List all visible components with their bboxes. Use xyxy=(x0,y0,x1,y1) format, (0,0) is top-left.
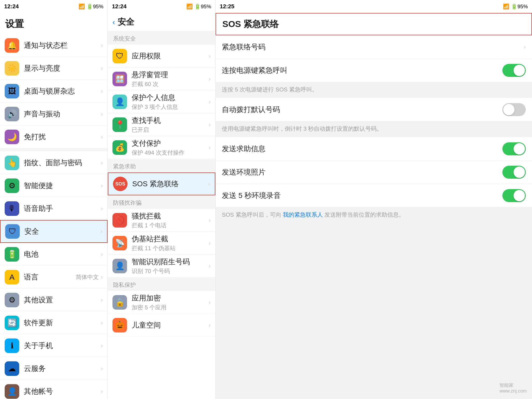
voice-icon: 🎙 xyxy=(5,201,19,216)
time-mid: 12:24 xyxy=(112,3,127,10)
app-permissions-icon-mid: 🛡 xyxy=(112,49,127,63)
chevron-icon-battery: › xyxy=(101,251,103,258)
sidebar-item-desktop[interactable]: 🖼桌面与锁屏杂志› xyxy=(0,80,108,103)
chevron-icon-language: › xyxy=(101,274,103,281)
chevron-icon-about: › xyxy=(101,342,103,349)
sidebar-item-about[interactable]: ℹ关于手机› xyxy=(0,334,108,357)
signal-icon-mid: 📶 xyxy=(186,3,193,10)
mid-item-fake-base[interactable]: 📡伪基站拦截拦截 11 个伪基站› xyxy=(108,232,215,255)
sidebar-item-voice[interactable]: 🎙语音助手› xyxy=(0,197,108,220)
right-chevron-emergency-contacts: › xyxy=(524,43,526,51)
mid-label-find-phone: 查找手机 xyxy=(132,116,209,125)
right-item-auto-dial: 自动拨打默认号码 xyxy=(216,98,532,121)
mid-label-float-window: 悬浮窗管理 xyxy=(132,70,209,80)
toggle-send-photo[interactable] xyxy=(502,166,526,179)
right-item-send-photo: 发送环境照片 xyxy=(216,161,532,184)
mid-chevron-protect-info: › xyxy=(209,98,211,105)
mid-sub-payment: 保护 494 次支付操作 xyxy=(132,149,209,157)
mid-label-intercept: 骚扰拦截 xyxy=(132,211,209,221)
back-arrow-mid[interactable]: ‹ xyxy=(112,18,115,26)
chevron-icon-smart: › xyxy=(101,182,103,189)
battery-left: 🔋95% xyxy=(87,3,103,10)
sidebar-label-language: 语言 xyxy=(24,272,76,282)
chevron-icon-desktop: › xyxy=(101,88,103,95)
sidebar-item-dnd[interactable]: 🌙免打扰› xyxy=(0,125,108,148)
right-header: SOS 紧急联络 xyxy=(216,13,532,35)
mid-item-sos[interactable]: SOSSOS 紧急联络› xyxy=(108,172,215,195)
sidebar-item-battery[interactable]: 🔋电池› xyxy=(0,243,108,266)
sidebar-item-other[interactable]: ⚙其他设置› xyxy=(0,289,108,311)
chevron-icon-voice: › xyxy=(101,205,103,212)
mid-item-app-encrypt[interactable]: 🔒应用加密加密 5 个应用› xyxy=(108,291,215,314)
sidebar-label-security: 安全 xyxy=(24,227,100,236)
mid-sub-find-phone: 已开启 xyxy=(132,126,209,134)
language-icon: A xyxy=(5,270,19,284)
app-encrypt-icon-mid: 🔒 xyxy=(112,295,127,310)
right-label-emergency-contacts: 紧急联络号码 xyxy=(222,42,265,52)
sound-icon: 🔊 xyxy=(5,107,19,121)
mid-item-kids-space[interactable]: 🎃儿童空间› xyxy=(108,314,215,337)
right-item-emergency-contacts[interactable]: 紧急联络号码› xyxy=(216,35,532,59)
hint-auto-dial-hint: 使用电源键紧急呼叫时，倒计时 3 秒自动拨打设置的默认号码。 xyxy=(216,121,532,137)
mid-item-payment[interactable]: 💰支付保护保护 494 次支付操作› xyxy=(108,136,215,159)
toggle-send-help[interactable] xyxy=(502,142,526,155)
sidebar-right-text-language: 简体中文 xyxy=(76,273,99,281)
sidebar-item-cloud[interactable]: ☁云服务› xyxy=(0,357,108,380)
sidebar-item-notifications[interactable]: 🔔通知与状态栏› xyxy=(0,34,108,57)
sidebar-item-accounts[interactable]: 👤其他帐号› xyxy=(0,380,108,399)
chevron-icon-other: › xyxy=(101,296,103,304)
mid-item-app-permissions[interactable]: 🛡应用权限› xyxy=(108,45,215,68)
float-window-icon-mid: 🪟 xyxy=(112,72,127,86)
mid-sub-intercept: 拦截 1 个电话 xyxy=(132,222,209,229)
mid-label-protect-info: 保护个人信息 xyxy=(132,93,209,103)
mid-header: ‹ 安全 xyxy=(108,13,215,31)
mid-chevron-payment: › xyxy=(209,144,211,151)
sidebar-label-accounts: 其他帐号 xyxy=(24,387,101,396)
mid-label-app-encrypt: 应用加密 xyxy=(132,293,209,303)
mid-label-payment: 支付保护 xyxy=(132,138,209,148)
sidebar-item-updates[interactable]: 🔄软件更新› xyxy=(0,311,108,334)
mid-item-unknown-caller[interactable]: 👤智能识别陌生号码识别 70 个号码› xyxy=(108,255,215,277)
sidebar-label-fingerprint: 指纹、面部与密码 xyxy=(24,158,101,168)
section-header-privacy: 隐私保护 xyxy=(108,277,215,291)
link-send-hint[interactable]: 我的紧急联系人 xyxy=(283,211,323,218)
mid-chevron-intercept: › xyxy=(209,217,211,224)
mid-chevron-sos: › xyxy=(208,180,210,188)
sidebar-label-cloud: 云服务 xyxy=(24,364,101,374)
mid-item-find-phone[interactable]: 📍查找手机已开启› xyxy=(108,113,215,136)
mid-item-intercept[interactable]: 🚫骚扰拦截拦截 1 个电话› xyxy=(108,209,215,232)
display-icon: ☀️ xyxy=(5,61,19,76)
mid-label-kids-space: 儿童空间 xyxy=(132,320,209,330)
chevron-icon-sound: › xyxy=(101,110,103,118)
mid-sub-fake-base: 拦截 11 个伪基站 xyxy=(132,244,209,252)
status-bar-right: 12:25 📶 🔋95% xyxy=(216,0,532,13)
sidebar-item-security[interactable]: 🛡安全› xyxy=(0,220,108,243)
battery-mid: 🔋95% xyxy=(194,3,211,10)
section-header-system-security: 系统安全 xyxy=(108,31,215,45)
payment-icon-mid: 💰 xyxy=(112,140,127,155)
right-item-power-key-call: 连按电源键紧急呼叫 xyxy=(216,59,532,82)
chevron-icon-updates: › xyxy=(101,319,103,327)
toggle-auto-dial[interactable] xyxy=(502,103,526,116)
mid-label-fake-base: 伪基站拦截 xyxy=(132,234,209,244)
mid-label-sos: SOS 紧急联络 xyxy=(132,179,208,189)
time-left: 12:24 xyxy=(4,3,19,10)
right-title: SOS 紧急联络 xyxy=(222,18,525,30)
sidebar-item-display[interactable]: ☀️显示与亮度› xyxy=(0,57,108,80)
sidebar-item-language[interactable]: A语言简体中文› xyxy=(0,266,108,289)
sidebar-item-fingerprint[interactable]: 👆指纹、面部与密码› xyxy=(0,151,108,174)
chevron-icon-accounts: › xyxy=(101,388,103,395)
toggle-power-key-call[interactable] xyxy=(502,64,526,77)
right-items: 紧急联络号码›连按电源键紧急呼叫连按 5 次电源键进行 SOS 紧急呼叫。自动拨… xyxy=(216,35,532,223)
sidebar-item-smart[interactable]: ⚙智能便捷› xyxy=(0,174,108,197)
sidebar-label-other: 其他设置 xyxy=(24,295,101,305)
toggle-send-audio[interactable] xyxy=(502,189,526,202)
sidebar-item-sound[interactable]: 🔊声音与振动› xyxy=(0,103,108,125)
mid-item-float-window[interactable]: 🪟悬浮窗管理拦截 60 次› xyxy=(108,68,215,90)
fingerprint-icon: 👆 xyxy=(5,156,19,170)
right-panel: 12:25 📶 🔋95% SOS 紧急联络 紧急联络号码›连按电源键紧急呼叫连按… xyxy=(216,0,532,399)
protect-info-icon-mid: 👤 xyxy=(112,95,127,109)
mid-item-protect-info[interactable]: 👤保护个人信息保护 3 项个人信息› xyxy=(108,90,215,113)
signal-icon-right: 📶 xyxy=(503,3,509,10)
sidebar-label-battery: 电池 xyxy=(24,249,101,259)
